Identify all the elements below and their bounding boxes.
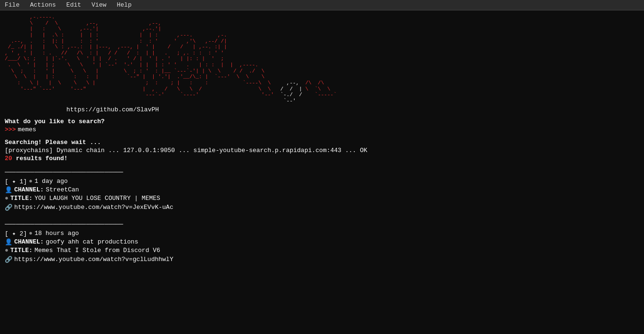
menu-view[interactable]: View xyxy=(90,0,108,9)
terminal: ,-.----. \ / \ ,--, ,--, xyxy=(0,10,644,334)
result-2-index: [ ✦ 2] xyxy=(5,230,27,237)
result-2-title-label: TITLE: xyxy=(10,247,33,254)
result-1-url-row: 🔗 https://www.youtube.com/watch?v=JexEVv… xyxy=(5,204,639,211)
result-1-channel-icon: 👤 xyxy=(5,186,12,194)
result-1-channel-row: 👤 CHANNEL: StreetCan xyxy=(5,186,639,194)
proxy-chain-line: [proxychains] Dynamic chain ... 127.0.0.… xyxy=(5,147,639,154)
results-count: 20 xyxy=(5,155,12,162)
result-1-title: YOU LAUGH YOU LOSE COUNTRY | MEMES xyxy=(35,195,160,202)
result-1-channel-label: CHANNEL: xyxy=(14,186,44,193)
result-1-header: [ ✦ 1] ● 1 day ago xyxy=(5,178,639,185)
result-2-channel-icon: 👤 xyxy=(5,238,12,246)
result-1-title-label: TITLE: xyxy=(10,195,33,202)
menu-file[interactable]: File xyxy=(3,0,21,9)
result-2-channel-name: goofy ahh cat productions xyxy=(46,238,138,245)
results-found-line: 20 results found! xyxy=(5,155,639,162)
result-1-title-icon: ● xyxy=(5,195,9,202)
result-2-url[interactable]: https://www.youtube.com/watch?v=gclLudhh… xyxy=(14,256,173,263)
result-1-link-icon: 🔗 xyxy=(5,204,12,211)
result-2-title-row: ● TITLE: Memes That I Stole from Discord… xyxy=(5,247,639,254)
menu-help[interactable]: Help xyxy=(115,0,133,9)
result-2-channel-row: 👤 CHANNEL: goofy ahh cat productions xyxy=(5,238,639,246)
menubar: File Actions Edit View Help xyxy=(0,0,644,10)
menu-edit[interactable]: Edit xyxy=(64,0,83,9)
results-text: results found! xyxy=(12,155,68,162)
menu-actions[interactable]: Actions xyxy=(28,0,58,9)
prompt-input-value: memes xyxy=(18,126,36,133)
result-2-clock-icon: ● xyxy=(29,230,33,237)
result-1-age: 1 day ago xyxy=(35,178,68,185)
result-2-title: Memes That I Stole from Discord V6 xyxy=(35,247,160,254)
prompt-arrow: >>> xyxy=(5,126,16,133)
divider-2: ──────────────────────────────── xyxy=(5,221,639,228)
searching-message: Searching! Please wait ... xyxy=(5,139,639,146)
prompt-line: >>> memes xyxy=(5,126,639,133)
search-prompt-label: What do you like to search? xyxy=(5,118,639,125)
result-2-channel-label: CHANNEL: xyxy=(14,238,44,245)
result-1-channel-name: StreetCan xyxy=(46,186,79,193)
github-link: https://github.com/SlavPH xyxy=(66,106,639,113)
result-2-title-icon: ● xyxy=(5,247,9,254)
result-1-title-row: ● TITLE: YOU LAUGH YOU LOSE COUNTRY | ME… xyxy=(5,195,639,202)
divider-1: ──────────────────────────────── xyxy=(5,169,639,176)
result-1-url[interactable]: https://www.youtube.com/watch?v=JexEVvK-… xyxy=(14,204,173,211)
result-2-age: 18 hours ago xyxy=(35,230,79,237)
result-2-url-row: 🔗 https://www.youtube.com/watch?v=gclLud… xyxy=(5,256,639,263)
ascii-art-logo: ,-.----. \ / \ ,--, ,--, xyxy=(5,14,639,104)
result-2-header: [ ✦ 2] ● 18 hours ago xyxy=(5,230,639,237)
result-2-link-icon: 🔗 xyxy=(5,256,12,263)
result-1-index: [ ✦ 1] xyxy=(5,178,27,185)
result-1-clock-icon: ● xyxy=(29,178,33,185)
